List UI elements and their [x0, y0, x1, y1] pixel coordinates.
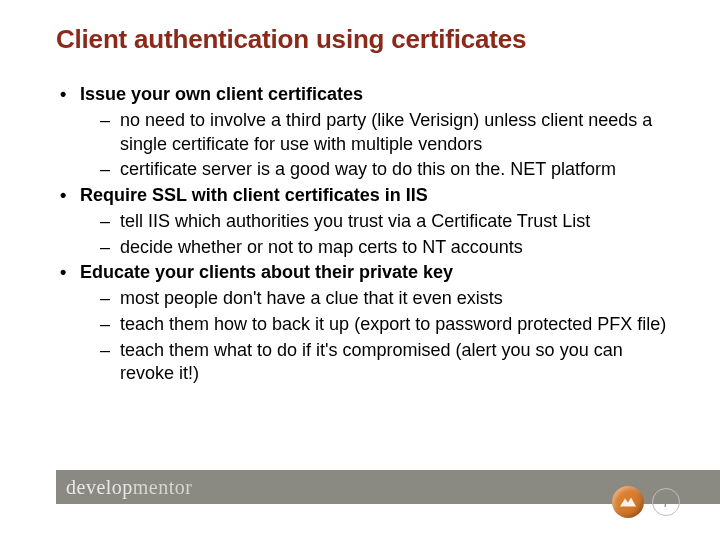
sub-bullet-item: teach them how to back it up (export to … — [56, 313, 680, 337]
sub-bullet-item: teach them what to do if it's compromise… — [56, 339, 680, 387]
page-number: 7 — [652, 488, 680, 516]
bullet-item: Issue your own client certificates — [56, 83, 680, 107]
sub-bullet-item: tell IIS which authorities you trust via… — [56, 210, 680, 234]
sub-bullet-item: decide whether or not to map certs to NT… — [56, 236, 680, 260]
mountain-icon — [612, 486, 644, 518]
sub-bullet-item: most people don't have a clue that it ev… — [56, 287, 680, 311]
page-indicator: 7 — [612, 486, 680, 518]
brand-part-b: mentor — [133, 476, 193, 498]
brand-logo: developmentor — [66, 476, 192, 499]
sub-bullet-item: certificate server is a good way to do t… — [56, 158, 680, 182]
footer-gap — [0, 470, 56, 504]
brand-part-a: develop — [66, 476, 133, 498]
bullet-item: Require SSL with client certificates in … — [56, 184, 680, 208]
bullet-list: Issue your own client certificates no ne… — [56, 83, 680, 386]
svg-marker-0 — [620, 497, 636, 506]
sub-bullet-item: no need to involve a third party (like V… — [56, 109, 680, 157]
slide-title: Client authentication using certificates — [56, 24, 680, 55]
slide-content: Issue your own client certificates no ne… — [56, 83, 680, 386]
bullet-item: Educate your clients about their private… — [56, 261, 680, 285]
slide: Client authentication using certificates… — [0, 0, 720, 540]
